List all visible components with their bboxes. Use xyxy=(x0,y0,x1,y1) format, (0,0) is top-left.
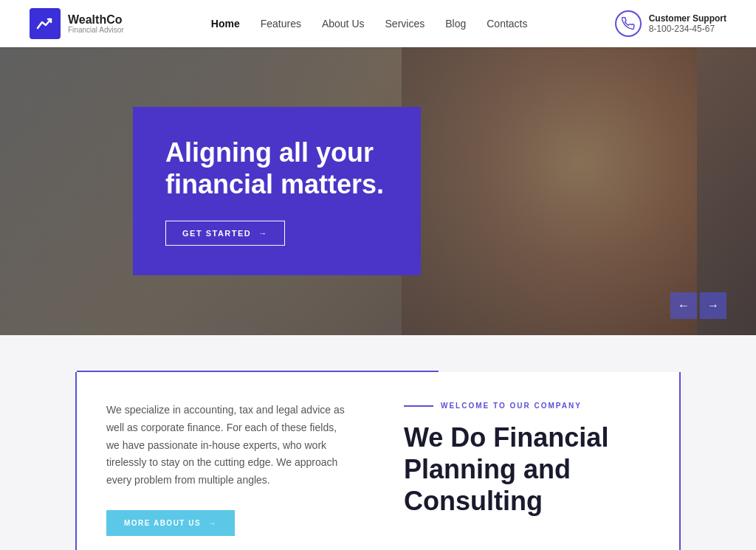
nav-item-contacts[interactable]: Contacts xyxy=(487,18,527,30)
support-label: Customer Support xyxy=(649,13,726,24)
hero-content-box: Aligning all your financial matters. GET… xyxy=(133,107,421,275)
welcome-text: WELCOME TO OUR COMPANY xyxy=(441,402,582,410)
support-phone: 8-100-234-45-67 xyxy=(649,24,726,34)
company-card: We specialize in accounting, tax and leg… xyxy=(75,372,681,550)
card-right: WELCOME TO OUR COMPANY We Do Financial P… xyxy=(389,402,650,536)
hero-cta-button[interactable]: GET STARTED → xyxy=(165,221,285,246)
brand-name: WealthCo xyxy=(68,13,124,27)
hero-cta-label: GET STARTED xyxy=(182,229,251,238)
company-description: We specialize in accounting, tax and leg… xyxy=(106,402,352,489)
company-section: We specialize in accounting, tax and leg… xyxy=(0,335,756,550)
more-about-us-button[interactable]: MORE ABOUT US → xyxy=(106,510,235,536)
company-heading: We Do Financial Planning and Consulting xyxy=(404,422,650,518)
main-nav: Home Features About Us Services Blog Con… xyxy=(211,18,528,30)
nav-item-home[interactable]: Home xyxy=(211,18,240,30)
slider-prev-button[interactable]: ← xyxy=(670,292,697,319)
phone-icon xyxy=(615,10,642,37)
header: WealthCo Financial Advisor Home Features… xyxy=(0,0,756,47)
nav-item-about[interactable]: About Us xyxy=(322,18,365,30)
heading-line1: We Do Financial xyxy=(404,422,608,453)
card-left: We specialize in accounting, tax and leg… xyxy=(106,402,389,536)
brand-tagline: Financial Advisor xyxy=(68,26,124,34)
slider-next-button[interactable]: → xyxy=(700,292,726,319)
arrow-right-icon: → xyxy=(208,519,217,527)
nav-item-features[interactable]: Features xyxy=(261,18,301,30)
logo-text: WealthCo Financial Advisor xyxy=(68,13,124,35)
hero-title: Aligning all your financial matters. xyxy=(165,137,388,200)
heading-line3: Consulting xyxy=(404,486,543,516)
logo-icon xyxy=(30,8,61,39)
nav-item-services[interactable]: Services xyxy=(385,18,425,30)
support-info: Customer Support 8-100-234-45-67 xyxy=(649,13,726,34)
nav-item-blog[interactable]: Blog xyxy=(445,18,466,30)
welcome-line-decoration xyxy=(404,405,433,407)
heading-line2: Planning and xyxy=(404,454,571,484)
customer-support: Customer Support 8-100-234-45-67 xyxy=(615,10,726,37)
welcome-label: WELCOME TO OUR COMPANY xyxy=(404,402,650,410)
more-about-label: MORE ABOUT US xyxy=(124,519,201,527)
arrow-right-icon: → xyxy=(258,229,268,238)
slider-controls: ← → xyxy=(670,292,726,319)
logo-area: WealthCo Financial Advisor xyxy=(30,8,124,39)
hero-section: Aligning all your financial matters. GET… xyxy=(0,47,756,335)
